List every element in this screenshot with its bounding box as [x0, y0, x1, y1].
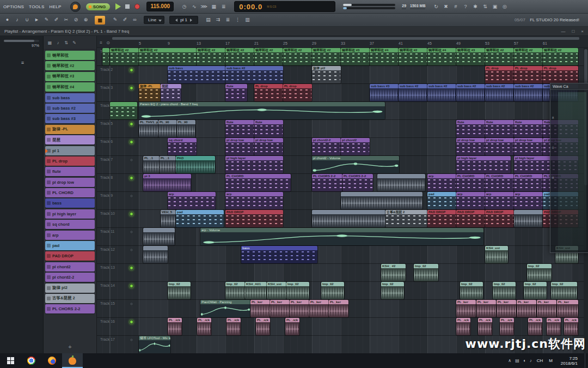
playlist-clip[interactable]: Imp_02: [286, 282, 309, 299]
tempo-display[interactable]: 115.000: [146, 2, 174, 11]
pattern-item[interactable]: pl high layer: [45, 209, 95, 219]
playlist-clip[interactable]: pl drop low: [456, 138, 485, 155]
playlist-clip[interactable]: PL_.1: [160, 156, 176, 173]
track-name[interactable]: Track 6: [100, 140, 113, 143]
playlist-clip[interactable]: 钢琴 LFOTool - Mix level: [139, 336, 170, 353]
track-mute-led[interactable]: [130, 320, 133, 324]
playlist-clip[interactable]: arp: [225, 192, 283, 209]
playlist-clip[interactable]: PL_90: [158, 120, 177, 137]
magnet-icon[interactable]: ∪: [23, 16, 31, 24]
track-name[interactable]: Track 11: [100, 230, 114, 233]
fl-logo-icon[interactable]: [70, 2, 81, 12]
playlist-clip[interactable]: PL_.ick: [528, 318, 542, 335]
pattern-item[interactable]: pl 1: [45, 146, 95, 155]
playlist-clip[interactable]: sub bass #2: [225, 66, 283, 83]
pattern-item[interactable]: 钢琴和弦: [45, 51, 95, 60]
track-name[interactable]: Track 12: [100, 248, 115, 251]
playlist-clip[interactable]: 钢琴和弦 #4: [370, 48, 399, 65]
playlist-clip[interactable]: 钢琴和弦 #2: [514, 48, 543, 65]
track-mute-led[interactable]: [130, 230, 133, 234]
playlist-clip[interactable]: arp: [427, 174, 456, 191]
playlist-clip[interactable]: KSH_A01: [245, 282, 267, 299]
playlist-clip[interactable]: 钢琴和弦 #4: [427, 48, 456, 65]
record-button[interactable]: [134, 4, 140, 9]
playlist-clip[interactable]: pl chord2: [341, 138, 370, 155]
pattern-picker-icon[interactable]: ▦: [46, 39, 53, 47]
track-mute-led[interactable]: [130, 266, 133, 270]
firefox-taskbar-button[interactable]: [41, 353, 62, 368]
playlist-clip[interactable]: arp: [485, 192, 514, 209]
playlist-clip[interactable]: Imp_02: [551, 282, 577, 299]
stop-button[interactable]: [125, 4, 130, 9]
playlist-clip[interactable]: flute: [456, 120, 485, 137]
show-desktop-button[interactable]: [585, 353, 588, 368]
playlist-clip[interactable]: Imp_02: [168, 282, 191, 299]
pattern-item[interactable]: pad: [45, 241, 95, 250]
playlist-clip[interactable]: arp - Volume: [200, 228, 483, 245]
pattern-item[interactable]: PL CHORS 2-2: [45, 304, 95, 313]
song-mode-toggle[interactable]: SONG: [86, 3, 111, 10]
wait-input-icon[interactable]: ∿: [190, 3, 198, 11]
settings-icon[interactable]: ✱: [471, 3, 479, 11]
playlist-clip[interactable]: PL_.ick: [197, 318, 211, 335]
mute-tool-icon[interactable]: ⊘: [72, 16, 80, 24]
fl-studio-taskbar-button[interactable]: [62, 353, 83, 368]
countdown-icon[interactable]: ⋙: [200, 3, 208, 11]
metronome-icon[interactable]: ◷: [180, 3, 188, 11]
playlist-clip[interactable]: PL_90: [177, 120, 195, 137]
playlist-clip[interactable]: PL_.ick: [256, 318, 270, 335]
draw-mode-icon[interactable]: ✎: [111, 16, 119, 24]
track-mute-led[interactable]: [130, 212, 133, 216]
playlist-clip[interactable]: [102, 48, 109, 65]
playlist-clip[interactable]: PL_.ick: [168, 318, 182, 335]
ime-indicator[interactable]: M: [548, 358, 554, 363]
pattern-item[interactable]: PL CHORD: [45, 188, 95, 197]
playlist-clip[interactable]: VEH_5: [161, 210, 176, 227]
multilink-icon[interactable]: ≣: [219, 3, 228, 11]
playlist-clip[interactable]: 钢琴和弦 #2: [254, 48, 283, 65]
playlist-clip[interactable]: PL_.ick: [478, 318, 492, 335]
pattern-item[interactable]: 琵琶: [45, 135, 95, 144]
pattern-item[interactable]: sub bass #2: [45, 104, 95, 113]
playlist-clip[interactable]: Imp_02: [493, 282, 516, 299]
playlist-clip[interactable]: PL_ker: [290, 300, 309, 317]
pattern-item[interactable]: sub bass: [45, 93, 95, 102]
playlist-clip[interactable]: [514, 210, 543, 227]
dock-menu-icon[interactable]: ≡: [19, 59, 27, 67]
record-blend-icon[interactable]: ●: [3, 16, 11, 24]
menu-tools[interactable]: TOOLS: [29, 4, 44, 9]
menu-help[interactable]: HELP: [50, 4, 62, 9]
playlist-clip[interactable]: pl high layer: [456, 156, 511, 173]
playlist-titlebar[interactable]: Playlist - Arrangement - Param EQ 2 (Slo…: [0, 27, 588, 36]
playlist-clip[interactable]: 钢琴和弦 #2: [139, 48, 197, 65]
playlist-clip[interactable]: [341, 192, 422, 209]
pattern-item[interactable]: pl chord2-2: [45, 273, 95, 282]
playlist-clip[interactable]: PL drop: [485, 66, 514, 83]
playlist-clip[interactable]: Imp_02: [414, 264, 438, 281]
playlist-clip[interactable]: Imp_02: [381, 282, 404, 299]
track-name[interactable]: Track 16: [100, 319, 115, 323]
track-name[interactable]: Track 3: [100, 86, 113, 89]
master-volume-slider[interactable]: 97%: [4, 40, 39, 47]
playlist-clip[interactable]: PAD DROP: [427, 210, 456, 227]
track-name[interactable]: Track 10: [100, 212, 115, 215]
playlist-clip[interactable]: PL drop: [283, 84, 312, 101]
playlist-clip[interactable]: 古筝&琵琶 2: [385, 210, 427, 227]
playlist-clip[interactable]: PL_ker: [557, 300, 578, 317]
playlist-clip[interactable]: PL_ker: [476, 300, 496, 317]
snap-selector[interactable]: Line: [144, 16, 164, 24]
playlist-clip[interactable]: 钢琴和弦 #2: [197, 48, 225, 65]
minimize-button[interactable]: —: [561, 29, 565, 34]
playlist-clip[interactable]: 钢琴和弦 #2: [485, 48, 514, 65]
note-snap-icon[interactable]: ♪: [13, 16, 21, 24]
wave-candy-window[interactable]: Wave Ca 808: [550, 83, 588, 253]
playlist-clip[interactable]: PAD DROP: [456, 210, 485, 227]
typing-keyboard-icon[interactable]: ▦: [210, 3, 218, 11]
playlist-clip[interactable]: PL_ker: [250, 300, 270, 317]
playlist-clip[interactable]: PL_.ick: [547, 318, 561, 335]
markers-icon[interactable]: ⋮: [234, 16, 242, 24]
slide-mode-icon[interactable]: ∞: [131, 16, 139, 24]
track-mute-led[interactable]: [130, 194, 133, 198]
track-name[interactable]: Track 9: [100, 194, 113, 197]
network-icon[interactable]: ◖: [523, 358, 526, 363]
